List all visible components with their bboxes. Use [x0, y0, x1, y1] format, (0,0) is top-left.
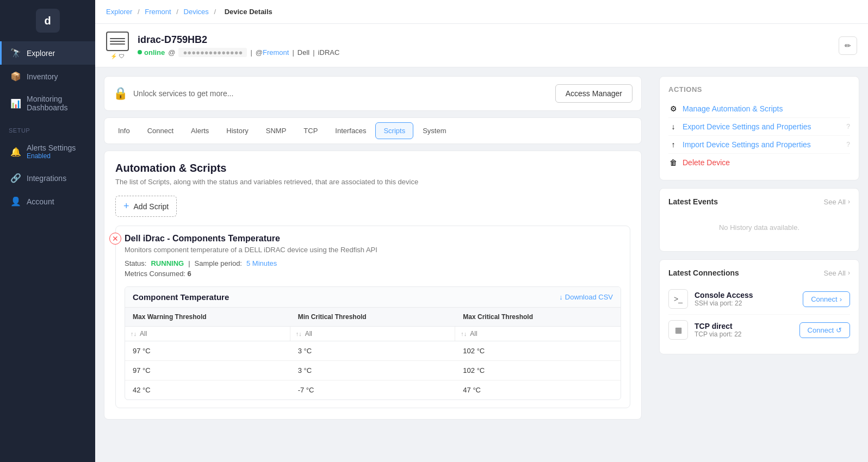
table-row: 97 °C 3 °C 102 °C: [125, 341, 621, 361]
breadcrumb-explorer[interactable]: Explorer: [106, 8, 132, 16]
sort-arrows-2[interactable]: ↑↓: [296, 330, 302, 337]
filter-input-2[interactable]: [305, 330, 450, 338]
manage-automation-link[interactable]: Manage Automation & Scripts: [683, 104, 850, 113]
tab-snmp[interactable]: SNMP: [258, 122, 295, 139]
cell-mc-3: -7 °C: [290, 380, 456, 399]
sidebar-label-integrations: Integrations: [27, 174, 66, 183]
pipe3: |: [313, 48, 314, 57]
tab-interfaces[interactable]: Interfaces: [327, 122, 374, 139]
scripts-desc: The list of Scripts, along with the stat…: [115, 178, 630, 186]
export-icon: ↓: [668, 122, 678, 131]
connections-see-all[interactable]: See All ›: [824, 269, 850, 277]
sidebar-item-integrations[interactable]: 🔗 Integrations: [0, 166, 95, 190]
tcp-icon: ▦: [668, 320, 688, 340]
help-icon-import[interactable]: ?: [846, 141, 850, 148]
tab-history[interactable]: History: [218, 122, 256, 139]
cell-mc2-3: 47 °C: [455, 380, 621, 399]
scripts-title: Automation & Scripts: [115, 162, 630, 174]
unlock-left: 🔒 Unlock services to get more...: [113, 86, 233, 101]
table-header: Max Warning Threshold Min Critical Thres…: [125, 308, 621, 327]
alerts-icon: 🔔: [10, 147, 21, 157]
device-type: iDRAC: [318, 48, 340, 57]
device-status: online: [138, 48, 165, 57]
add-script-button[interactable]: + Add Script: [115, 196, 177, 217]
sidebar-item-monitoring[interactable]: 📊 Monitoring Dashboards: [0, 88, 95, 118]
connect-button-console[interactable]: Connect ›: [803, 291, 850, 307]
scripts-panel: Automation & Scripts The list of Scripts…: [104, 151, 642, 420]
table-filter-row: ↑↓ ↑↓ ↑↓: [125, 327, 621, 341]
sidebar-item-explorer[interactable]: 🔭 Explorer: [0, 41, 95, 65]
cell-mw-2: 97 °C: [125, 361, 290, 380]
access-manager-button[interactable]: Access Manager: [555, 84, 633, 103]
script-desc: Monitors component temperature of a DELL…: [125, 246, 621, 254]
action-import-settings[interactable]: ↑ Import Device Settings and Properties …: [668, 136, 850, 154]
alerts-sub-label: Enabled: [27, 152, 76, 160]
script-metrics: Metrics Consumed: 6: [125, 270, 621, 278]
status-dot: [138, 50, 142, 54]
status-value: RUNNING: [151, 259, 184, 267]
sort-arrows-1[interactable]: ↑↓: [131, 330, 137, 337]
tab-scripts[interactable]: Scripts: [375, 122, 413, 139]
action-delete-device[interactable]: 🗑 Delete Device: [668, 154, 850, 171]
import-icon: ↑: [668, 140, 678, 149]
plus-icon: +: [123, 201, 129, 212]
action-manage-automation[interactable]: ⚙ Manage Automation & Scripts: [668, 100, 850, 118]
breadcrumb-sep1: /: [138, 8, 141, 16]
refresh-icon: ↺: [836, 326, 842, 334]
pipe1: |: [250, 48, 252, 57]
sidebar-label-monitoring: Monitoring Dashboards: [27, 95, 86, 112]
script-remove-button[interactable]: ✕: [109, 233, 121, 245]
breadcrumb-sep3: /: [214, 8, 218, 16]
export-settings-link[interactable]: Export Device Settings and Properties: [683, 122, 842, 131]
comp-temp-header: Component Temperature ↓ Download CSV: [125, 287, 621, 308]
breadcrumb-devices[interactable]: Devices: [184, 8, 209, 16]
events-empty: No History data available.: [668, 213, 850, 242]
breadcrumb-fremont[interactable]: Fremont: [145, 8, 171, 16]
sort-arrows-3[interactable]: ↑↓: [461, 330, 467, 337]
events-see-all[interactable]: See All ›: [824, 198, 850, 206]
events-title: Latest Events: [668, 197, 718, 206]
sample-period-link[interactable]: 5 Minutes: [246, 259, 277, 267]
tab-system[interactable]: System: [414, 122, 454, 139]
sidebar-label-inventory: Inventory: [27, 72, 58, 81]
filter-input-3[interactable]: [470, 330, 615, 338]
comp-title: Component Temperature: [133, 292, 229, 302]
col-max-warning: Max Warning Threshold: [125, 308, 290, 326]
filter-col1: ↑↓: [125, 327, 290, 341]
sidebar-item-account[interactable]: 👤 Account: [0, 190, 95, 213]
delete-device-link[interactable]: Delete Device: [683, 158, 850, 167]
trash-icon: 🗑: [668, 158, 678, 167]
device-icon-graphic: [106, 32, 129, 51]
connections-title: Latest Connections: [668, 269, 739, 277]
import-settings-link[interactable]: Import Device Settings and Properties: [683, 140, 842, 149]
filter-col3: ↑↓: [455, 327, 621, 341]
tab-info[interactable]: Info: [110, 122, 138, 139]
cell-mc-1: 3 °C: [290, 341, 456, 360]
tab-connect[interactable]: Connect: [139, 122, 182, 139]
app-logo: d: [36, 9, 60, 33]
icon-line1: [110, 38, 125, 39]
sidebar-item-inventory[interactable]: 📦 Inventory: [0, 65, 95, 88]
chevron-right-icon: ›: [848, 198, 850, 205]
integrations-icon: 🔗: [10, 173, 21, 183]
tab-alerts[interactable]: Alerts: [183, 122, 217, 139]
download-csv-link[interactable]: ↓ Download CSV: [559, 293, 613, 301]
monitoring-icon: 📊: [10, 98, 21, 109]
col-max-critical: Max Critical Threshold: [455, 308, 621, 326]
connect-button-tcp[interactable]: Connect ↺: [799, 322, 850, 338]
sidebar-label-account: Account: [27, 197, 54, 206]
conn-name-console: Console Access: [695, 291, 796, 299]
sidebar-item-alerts[interactable]: 🔔 Alerts Settings Enabled: [0, 137, 95, 166]
filter-input-1[interactable]: [140, 330, 284, 338]
help-icon-export[interactable]: ?: [846, 123, 850, 130]
right-panel: Actions ⚙ Manage Automation & Scripts ↓ …: [650, 67, 868, 462]
device-meta: online @ ●●●●●●●●●●●●●● | @Fremont | Del…: [138, 48, 830, 57]
component-temp-table: Component Temperature ↓ Download CSV Max…: [125, 286, 621, 400]
center-panel: 🔒 Unlock services to get more... Access …: [95, 67, 650, 462]
inventory-icon: 📦: [10, 71, 21, 82]
cell-mc2-1: 102 °C: [455, 341, 621, 360]
gear-icon: ⚙: [668, 104, 678, 113]
tab-tcp[interactable]: TCP: [295, 122, 326, 139]
action-export-settings[interactable]: ↓ Export Device Settings and Properties …: [668, 118, 850, 136]
edit-device-button[interactable]: ✏: [839, 36, 857, 55]
